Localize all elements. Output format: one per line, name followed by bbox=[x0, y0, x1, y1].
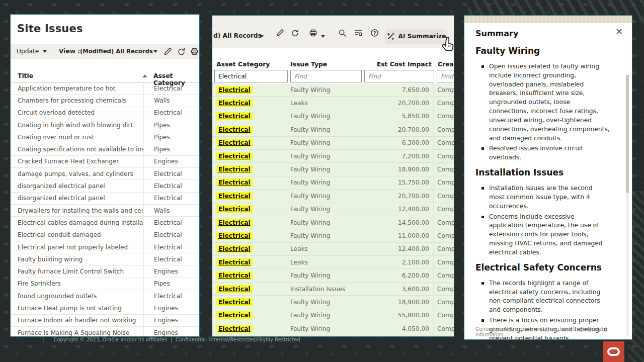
column-header-est-cost-impact[interactable]: Est Cost Impact bbox=[377, 60, 432, 68]
asset-category-link[interactable]: Electrical bbox=[216, 298, 253, 306]
table-row[interactable]: ElectricalInstallation Issues3,600.00Com… bbox=[212, 283, 454, 296]
created-filter-input[interactable] bbox=[437, 70, 454, 82]
table-row[interactable]: ElectricalFaulty Wiring7,650.00Comp bbox=[212, 83, 454, 97]
table-row[interactable]: Cracked Furnace Heat ExchangerEngines bbox=[11, 156, 199, 168]
asset-category-link[interactable]: Electrical bbox=[216, 232, 253, 240]
created-cell: Comp bbox=[434, 299, 454, 306]
table-row[interactable]: Furnace Is Making A Squealing NoiseEngin… bbox=[11, 327, 199, 337]
table-row[interactable]: Chambers for processing chemicalsWalls bbox=[11, 95, 199, 107]
table-row[interactable]: disorganized electrical panelElectrical bbox=[11, 180, 199, 192]
chevron-down-icon[interactable] bbox=[43, 50, 47, 53]
table-row[interactable]: ElectricalLeaks12,400.00Comp bbox=[212, 243, 454, 256]
print-icon[interactable] bbox=[309, 29, 317, 37]
asset-category-link[interactable]: Electrical bbox=[216, 311, 253, 319]
oracle-logo[interactable] bbox=[603, 341, 624, 362]
table-row[interactable]: ElectricalFaulty Wiring14,500.00Comp bbox=[212, 216, 454, 229]
table-row[interactable]: disorganized electrical panelElectrical bbox=[11, 193, 199, 205]
sort-ascending-icon[interactable] bbox=[142, 74, 147, 77]
table-row[interactable]: ElectricalLeaks2,100.00Comp bbox=[212, 256, 454, 269]
table-row[interactable]: ElectricalFaulty Wiring4,350.00Comp bbox=[212, 335, 454, 337]
table-row[interactable]: ElectricalLeaks20,700.00Comp bbox=[212, 97, 454, 110]
summary-section-heading: Faulty Wiring bbox=[475, 46, 617, 56]
table-row[interactable]: ElectricalFaulty Wiring6,300.00Comp bbox=[212, 137, 454, 150]
table-row[interactable]: ElectricalFaulty Wiring11,000.00Comp bbox=[212, 229, 454, 242]
asset-category-link[interactable]: Electrical bbox=[216, 325, 253, 333]
table-row[interactable]: Circuit overload detectedElectrical bbox=[11, 107, 199, 119]
table-row[interactable]: ElectricalFaulty Wiring5,850.00Comp bbox=[212, 110, 454, 123]
refresh-icon[interactable] bbox=[291, 29, 299, 37]
table-row[interactable]: Furnace Indoor air handler not workingEn… bbox=[11, 315, 199, 327]
asset-category-link[interactable]: Electrical bbox=[216, 285, 253, 293]
edit-icon[interactable] bbox=[164, 47, 172, 56]
table-row[interactable]: Electrical cables damaged during install… bbox=[11, 217, 199, 229]
table-row[interactable]: ElectricalFaulty Wiring18,900.00Comp bbox=[212, 163, 454, 176]
print-icon[interactable] bbox=[190, 47, 199, 56]
table-row[interactable]: ElectricalFaulty Wiring18,900.00Comp bbox=[212, 296, 454, 309]
column-header-asset-category[interactable]: Asset Category bbox=[216, 60, 270, 68]
table-row[interactable]: Application temperature too hotElectrica… bbox=[11, 82, 199, 95]
table-row[interactable]: ElectricalFaulty Wiring55,800.00Comp bbox=[212, 309, 454, 322]
asset-category-link[interactable]: Electrical bbox=[216, 219, 253, 227]
table-row[interactable]: ElectricalFaulty Wiring15,750.00Comp bbox=[212, 176, 454, 190]
asset-category-link[interactable]: Electrical bbox=[216, 258, 253, 266]
search-icon[interactable] bbox=[338, 29, 347, 37]
table-row[interactable]: Electrical conduit damagedElectrical bbox=[11, 229, 199, 241]
asset-category-link[interactable]: Electrical bbox=[216, 178, 253, 187]
column-header-issue-type[interactable]: Issue Type bbox=[290, 60, 327, 68]
filter-list-icon[interactable] bbox=[354, 29, 363, 37]
table-row[interactable]: found ungrounded outletsElectrical bbox=[11, 290, 199, 302]
asset-category-link[interactable]: Electrical bbox=[216, 205, 253, 213]
issue-type-cell: Faulty Wiring bbox=[286, 335, 360, 337]
table-row[interactable]: ElectricalFaulty Wiring20,700.00Comp bbox=[212, 190, 454, 203]
est-cost-filter-input[interactable] bbox=[364, 70, 434, 82]
table-row[interactable]: Fire SprinklersPipes bbox=[11, 278, 199, 290]
table-row[interactable]: ElectricalFaulty Wiring6,200.00Comp bbox=[212, 269, 454, 282]
column-header-created[interactable]: Creat bbox=[438, 60, 454, 68]
table-row[interactable]: ElectricalFaulty Wiring12,400.00Comp bbox=[212, 203, 454, 216]
asset-category-link[interactable]: Electrical bbox=[216, 99, 253, 107]
view-selector[interactable]: d) All Records bbox=[213, 32, 262, 39]
table-row[interactable]: damage pumps, valves, and cylindersElect… bbox=[11, 168, 199, 180]
edit-icon[interactable] bbox=[276, 29, 284, 37]
table-row[interactable]: Coating over mud or rustPipes bbox=[11, 131, 199, 143]
summary-bullet: Resolved issues involve circuit overload… bbox=[481, 144, 617, 162]
table-row[interactable]: ElectricalFaulty Wiring20,700.00Comp bbox=[212, 123, 454, 136]
table-row[interactable]: Coating specifications not available to … bbox=[11, 143, 199, 155]
asset-category-filter-input[interactable] bbox=[214, 70, 288, 82]
table-row[interactable]: Electrical panel not properly labeledEle… bbox=[11, 241, 199, 253]
table-row[interactable]: Coating in high wind with blowing dirt.P… bbox=[11, 119, 199, 131]
table-row[interactable]: Faulty building wiringElectrical bbox=[11, 253, 199, 265]
update-button[interactable]: Update bbox=[17, 48, 39, 55]
asset-category-link[interactable]: Electrical bbox=[216, 126, 253, 134]
asset-category-link[interactable]: Electrical bbox=[216, 152, 253, 160]
asset-category-link[interactable]: Electrical bbox=[216, 165, 253, 173]
asset-category-link[interactable]: Electrical bbox=[216, 86, 253, 94]
ai-summarize-button[interactable]: AI Summarize bbox=[385, 29, 447, 44]
view-selector[interactable]: (Modified) All Records bbox=[80, 48, 153, 55]
help-icon[interactable]: ? bbox=[370, 29, 379, 37]
asset-category-link[interactable]: Electrical bbox=[216, 192, 253, 200]
summary-section-heading: Installation Issues bbox=[475, 167, 617, 177]
issue-type-cell: Faulty Wiring bbox=[286, 203, 360, 216]
table-header: Title Asset Category bbox=[11, 70, 199, 82]
chevron-down-icon[interactable] bbox=[260, 35, 264, 38]
chevron-down-icon[interactable] bbox=[321, 35, 325, 38]
asset-category-link[interactable]: Electrical bbox=[216, 272, 253, 280]
table-row[interactable]: Drywallers for installing the walls and … bbox=[11, 205, 199, 217]
asset-category-cell: Electrical bbox=[143, 229, 199, 241]
refresh-icon[interactable] bbox=[177, 47, 186, 56]
est-cost-cell: 2,100.00 bbox=[360, 256, 434, 268]
table-row[interactable]: ElectricalFaulty Wiring7,200.00Comp bbox=[212, 150, 454, 163]
close-icon[interactable]: × bbox=[615, 27, 623, 36]
asset-category-link[interactable]: Electrical bbox=[216, 112, 253, 120]
issue-type-filter-input[interactable] bbox=[290, 70, 362, 82]
table-row[interactable]: Furnace Heat pump is not startingEngines bbox=[11, 302, 199, 314]
asset-category-link[interactable]: Electrical bbox=[216, 139, 253, 147]
chevron-down-icon[interactable] bbox=[153, 50, 157, 53]
est-cost-cell: 11,000.00 bbox=[360, 229, 434, 242]
scrollbar-thumb[interactable] bbox=[626, 75, 629, 193]
column-header-title[interactable]: Title bbox=[18, 72, 33, 79]
table-row[interactable]: Faulty furnace Limit Control SwitchEngin… bbox=[11, 265, 199, 278]
table-row[interactable]: ElectricalFaulty Wiring4,050.00Comp bbox=[212, 322, 454, 335]
asset-category-link[interactable]: Electrical bbox=[216, 245, 253, 253]
